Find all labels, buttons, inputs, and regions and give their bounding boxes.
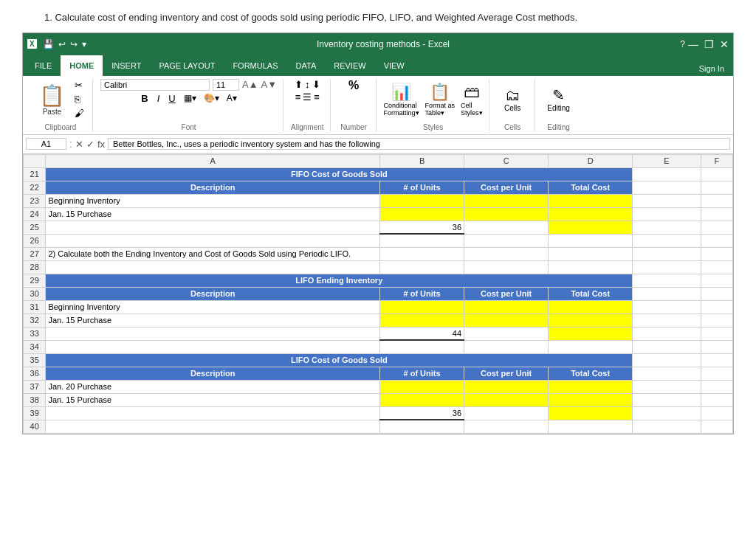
row-header-31[interactable]: 31 (24, 300, 46, 313)
cell-24B[interactable] (380, 207, 464, 221)
fill-color-button[interactable]: 🎨▾ (202, 92, 221, 104)
tab-page-layout[interactable]: PAGE LAYOUT (150, 55, 224, 76)
cell-31A[interactable]: Beginning Inventory (46, 300, 380, 313)
cell-36C[interactable]: Cost per Unit (464, 367, 549, 380)
cell-26C[interactable] (464, 234, 549, 247)
cell-37F[interactable] (701, 380, 733, 393)
cell-22C[interactable]: Cost per Unit (464, 181, 549, 194)
paste-button[interactable]: 📋 Paste (35, 82, 69, 117)
cell-36A[interactable]: Description (46, 367, 380, 380)
cell-36B[interactable]: # of Units (380, 367, 464, 380)
row-header-25[interactable]: 25 (24, 221, 46, 234)
cell-40A[interactable] (46, 420, 380, 433)
align-left-button[interactable]: ≡ (295, 91, 301, 103)
tab-formulas[interactable]: FORMULAS (224, 55, 286, 76)
row-header-22[interactable]: 22 (24, 181, 46, 194)
row-header-23[interactable]: 23 (24, 194, 46, 207)
cell-33B[interactable]: 44 (380, 327, 464, 340)
cell-31E[interactable] (633, 300, 701, 313)
col-header-c[interactable]: C (464, 154, 549, 167)
cell-35E[interactable] (633, 353, 701, 367)
cell-39E[interactable] (633, 406, 701, 420)
cell-34D[interactable] (549, 340, 633, 353)
copy-icon[interactable]: ⎘ (72, 93, 86, 105)
cell-33C[interactable] (464, 327, 549, 340)
row-header-26[interactable]: 26 (24, 234, 46, 247)
align-middle-button[interactable]: ↕ (305, 79, 310, 90)
cell-27B[interactable] (380, 247, 464, 260)
cell-38A[interactable]: Jan. 15 Purchase (46, 393, 380, 406)
cell-22D[interactable]: Total Cost (549, 181, 633, 194)
cell-27F[interactable] (701, 247, 733, 260)
cell-28D[interactable] (549, 260, 633, 274)
cell-35F[interactable] (701, 353, 733, 367)
redo-icon[interactable]: ↪ (70, 39, 78, 49)
cell-32C[interactable] (464, 313, 549, 327)
cell-23F[interactable] (701, 194, 733, 207)
cell-28B[interactable] (380, 260, 464, 274)
cell-40B[interactable] (380, 420, 464, 433)
cell-32A[interactable]: Jan. 15 Purchase (46, 313, 380, 327)
cell-37D[interactable] (549, 380, 633, 393)
align-top-button[interactable]: ⬆ (295, 79, 303, 90)
cell-22B[interactable]: # of Units (380, 181, 464, 194)
col-header-d[interactable]: D (549, 154, 633, 167)
cell-30A[interactable]: Description (46, 287, 380, 300)
conditional-formatting-button[interactable]: 📊 ConditionalFormatting▾ (384, 83, 419, 117)
cell-39D[interactable] (549, 406, 633, 420)
col-header-e[interactable]: E (633, 154, 701, 167)
cell-40C[interactable] (464, 420, 549, 433)
cell-38F[interactable] (701, 393, 733, 406)
row-header-37[interactable]: 37 (24, 380, 46, 393)
cell-styles-button[interactable]: 🗃 CellStyles▾ (461, 83, 483, 117)
cell-27D[interactable] (549, 247, 633, 260)
cells-button[interactable]: 🗂 Cells (504, 87, 520, 112)
tab-view[interactable]: VIEW (375, 55, 413, 76)
cell-27A[interactable]: 2) Calculate both the Ending Inventory a… (46, 247, 380, 260)
tab-home[interactable]: HOME (61, 55, 103, 76)
cell-23D[interactable] (549, 194, 633, 207)
cell-33D[interactable] (549, 327, 633, 340)
cell-26A[interactable] (46, 234, 380, 247)
cell-31D[interactable] (549, 300, 633, 313)
cell-25F[interactable] (701, 221, 733, 234)
cell-25D[interactable] (549, 221, 633, 234)
sign-in-button[interactable]: Sign In (693, 61, 730, 76)
help-button[interactable]: ? (680, 39, 685, 49)
cell-30D[interactable]: Total Cost (549, 287, 633, 300)
col-header-a[interactable]: A (46, 154, 380, 167)
col-header-b[interactable]: B (380, 154, 464, 167)
cell-21A[interactable]: FIFO Cost of Goods Sold (46, 167, 633, 181)
cell-23E[interactable] (633, 194, 701, 207)
cell-31B[interactable] (380, 300, 464, 313)
cell-30F[interactable] (701, 287, 733, 300)
cell-21F[interactable] (701, 167, 733, 181)
row-header-36[interactable]: 36 (24, 367, 46, 380)
align-bottom-button[interactable]: ⬇ (312, 79, 320, 90)
cut-icon[interactable]: ✂ (72, 79, 86, 91)
save-icon[interactable]: 💾 (43, 39, 54, 49)
percent-button[interactable]: % (348, 79, 359, 92)
cell-40E[interactable] (633, 420, 701, 433)
font-grow-button[interactable]: A▲ (242, 79, 258, 90)
cell-24A[interactable]: Jan. 15 Purchase (46, 207, 380, 221)
row-header-34[interactable]: 34 (24, 340, 46, 353)
cell-26D[interactable] (549, 234, 633, 247)
tab-review[interactable]: REVIEW (325, 55, 374, 76)
tab-file[interactable]: FILE (26, 55, 61, 76)
confirm-formula-icon[interactable]: ✓ (86, 139, 94, 150)
customize-icon[interactable]: ▾ (82, 39, 86, 49)
tab-data[interactable]: DATA (287, 55, 326, 76)
cell-23B[interactable] (380, 194, 464, 207)
row-header-39[interactable]: 39 (24, 406, 46, 420)
col-header-f[interactable]: F (701, 154, 733, 167)
cell-32F[interactable] (701, 313, 733, 327)
cell-23A[interactable]: Beginning Inventory (46, 194, 380, 207)
cell-25B[interactable]: 36 (380, 221, 464, 234)
cell-28C[interactable] (464, 260, 549, 274)
undo-icon[interactable]: ↩ (58, 39, 66, 49)
format-painter-icon[interactable]: 🖌 (72, 107, 86, 119)
cancel-formula-icon[interactable]: ✕ (75, 139, 83, 150)
cell-37B[interactable] (380, 380, 464, 393)
cell-36D[interactable]: Total Cost (549, 367, 633, 380)
